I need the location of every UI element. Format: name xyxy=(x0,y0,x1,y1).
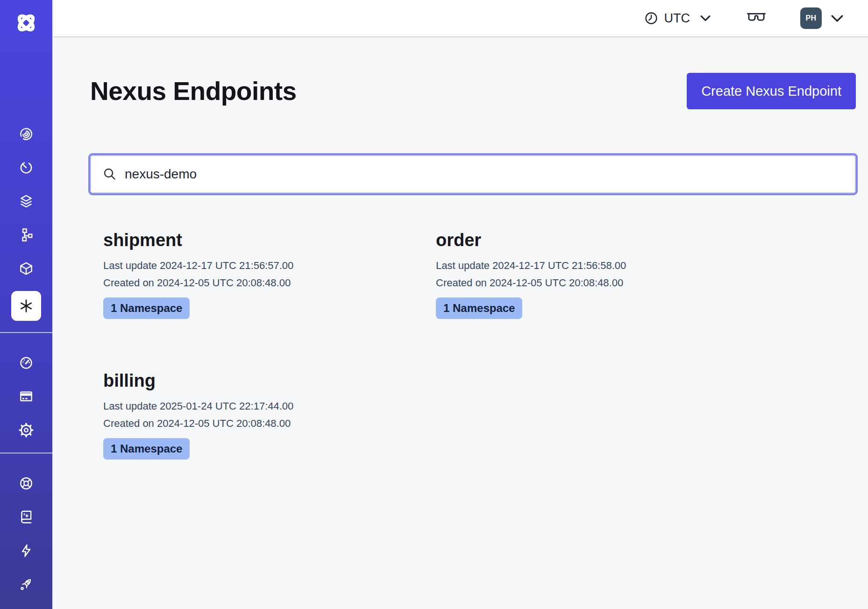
search-box xyxy=(90,155,856,193)
endpoint-name: billing xyxy=(103,371,410,391)
page-header: Nexus Endpoints Create Nexus Endpoint xyxy=(90,73,856,109)
sidebar-item-workflow-graph[interactable] xyxy=(11,224,41,246)
endpoint-created: Created on 2024-12-05 UTC 20:08:48.00 xyxy=(103,415,410,432)
main-area: UTC PH Ne xyxy=(54,0,868,609)
endpoint-name: shipment xyxy=(103,230,410,251)
temporal-logo-icon[interactable] xyxy=(14,10,39,35)
topbar: UTC PH xyxy=(54,0,868,37)
sidebar-item-cube[interactable] xyxy=(11,257,41,280)
orbit-eye-icon xyxy=(18,126,34,142)
sidebar xyxy=(0,0,54,609)
search-input[interactable] xyxy=(125,167,844,182)
nexus-asterisk-icon xyxy=(18,297,35,314)
sidebar-item-timer[interactable] xyxy=(11,156,41,179)
sidebar-item-lightning[interactable] xyxy=(11,539,41,562)
sidebar-divider xyxy=(0,332,52,333)
clock-icon xyxy=(644,11,659,26)
endpoint-last-update: Last update 2024-12-17 UTC 21:56:58.00 xyxy=(436,257,742,274)
page-content: Nexus Endpoints Create Nexus Endpoint sh… xyxy=(54,37,868,473)
namespace-badge: 1 Namespace xyxy=(103,438,190,460)
timezone-label: UTC xyxy=(664,11,690,26)
sidebar-item-orbit-eye[interactable] xyxy=(11,123,41,145)
search-icon xyxy=(102,167,117,182)
endpoint-card[interactable]: order Last update 2024-12-17 UTC 21:56:5… xyxy=(423,217,755,332)
sidebar-item-gauge[interactable] xyxy=(11,352,41,374)
lifebuoy-icon xyxy=(18,475,34,491)
gauge-icon xyxy=(18,355,34,371)
gear-icon xyxy=(18,422,34,438)
cube-icon xyxy=(18,261,34,276)
sidebar-divider xyxy=(0,453,52,453)
sidebar-item-nexus[interactable] xyxy=(11,291,41,321)
create-nexus-endpoint-button[interactable]: Create Nexus Endpoint xyxy=(687,73,856,109)
endpoint-last-update: Last update 2024-12-17 UTC 21:56:57.00 xyxy=(103,257,410,274)
endpoints-grid: shipment Last update 2024-12-17 UTC 21:5… xyxy=(90,217,856,473)
timezone-select[interactable]: UTC xyxy=(644,11,712,26)
endpoint-name: order xyxy=(436,230,742,251)
chevron-down-icon xyxy=(699,15,711,21)
chevron-down-icon xyxy=(830,14,845,22)
timer-icon xyxy=(18,160,34,176)
sidebar-item-rocket[interactable] xyxy=(11,573,41,595)
rocket-icon xyxy=(18,576,34,592)
avatar: PH xyxy=(800,7,822,29)
glasses-button[interactable] xyxy=(746,11,767,26)
sidebar-item-layers[interactable] xyxy=(11,190,41,212)
account-menu[interactable]: PH xyxy=(800,7,845,29)
book-sparkles-icon xyxy=(18,509,34,525)
endpoint-created: Created on 2024-12-05 UTC 20:08:48.00 xyxy=(436,274,742,291)
endpoint-created: Created on 2024-12-05 UTC 20:08:48.00 xyxy=(103,274,410,291)
glasses-icon xyxy=(746,11,767,26)
lightning-icon xyxy=(18,543,34,559)
workflow-graph-icon xyxy=(18,227,34,243)
sidebar-item-credit-card[interactable] xyxy=(11,385,41,408)
endpoint-card[interactable]: shipment Last update 2024-12-17 UTC 21:5… xyxy=(90,217,423,332)
sidebar-item-lifebuoy[interactable] xyxy=(11,472,41,495)
namespace-badge: 1 Namespace xyxy=(436,297,522,319)
endpoint-last-update: Last update 2025-01-24 UTC 22:17:44.00 xyxy=(103,397,410,415)
credit-card-icon xyxy=(18,389,34,404)
sidebar-item-book-sparkles[interactable] xyxy=(11,506,41,528)
sidebar-item-gear[interactable] xyxy=(11,419,41,441)
layers-icon xyxy=(18,193,34,209)
namespace-badge: 1 Namespace xyxy=(103,297,190,319)
page-title: Nexus Endpoints xyxy=(90,76,297,106)
endpoint-card[interactable]: billing Last update 2025-01-24 UTC 22:17… xyxy=(90,358,423,473)
